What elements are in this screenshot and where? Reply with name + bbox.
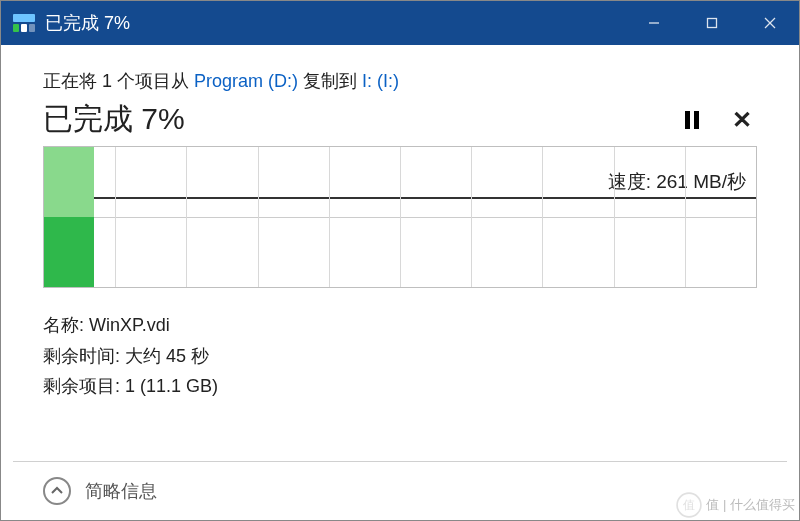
time-remaining-value: 大约 45 秒 bbox=[125, 346, 209, 366]
speed-graph: 速度: 261 MB/秒 bbox=[43, 146, 757, 288]
graph-top-bar bbox=[44, 147, 94, 217]
copy-mid: 复制到 bbox=[298, 71, 362, 91]
speed-label: 速度: 261 MB/秒 bbox=[606, 169, 748, 195]
copy-progress-icon bbox=[13, 14, 35, 32]
pause-icon bbox=[685, 111, 690, 129]
cancel-button[interactable]: ✕ bbox=[727, 105, 757, 135]
progress-percent-text: 已完成 7% bbox=[43, 99, 657, 140]
time-remaining-label: 剩余时间: bbox=[43, 346, 125, 366]
items-remaining-value: 1 (11.1 GB) bbox=[125, 376, 218, 396]
source-link[interactable]: Program (D:) bbox=[194, 71, 298, 91]
progress-heading-row: 已完成 7% ✕ bbox=[43, 99, 757, 140]
graph-gridline bbox=[329, 147, 330, 287]
graph-gridline bbox=[614, 147, 615, 287]
minimize-button[interactable] bbox=[625, 1, 683, 45]
detail-row-items: 剩余项目: 1 (11.1 GB) bbox=[43, 371, 757, 402]
close-button[interactable] bbox=[741, 1, 799, 45]
cancel-icon: ✕ bbox=[732, 108, 752, 132]
graph-gridline bbox=[685, 147, 686, 287]
detail-row-time: 剩余时间: 大约 45 秒 bbox=[43, 341, 757, 372]
maximize-button[interactable] bbox=[683, 1, 741, 45]
window-title: 已完成 7% bbox=[45, 11, 130, 35]
chevron-up-icon bbox=[50, 484, 64, 498]
details-block: 名称: WinXP.vdi 剩余时间: 大约 45 秒 剩余项目: 1 (11.… bbox=[43, 310, 757, 402]
graph-gridline bbox=[542, 147, 543, 287]
collapse-details-button[interactable] bbox=[43, 477, 71, 505]
graph-gridline bbox=[186, 147, 187, 287]
close-icon bbox=[763, 16, 777, 30]
minimize-icon bbox=[647, 16, 661, 30]
name-value: WinXP.vdi bbox=[89, 315, 170, 335]
footer: 简略信息 bbox=[1, 462, 799, 520]
detail-row-name: 名称: WinXP.vdi bbox=[43, 310, 757, 341]
graph-gridline bbox=[115, 147, 116, 287]
speed-value: 261 MB/秒 bbox=[656, 171, 746, 192]
graph-bottom-bar bbox=[44, 217, 94, 287]
copy-description: 正在将 1 个项目从 Program (D:) 复制到 I: (I:) bbox=[43, 69, 757, 93]
destination-link[interactable]: I: (I:) bbox=[362, 71, 399, 91]
graph-gridline bbox=[258, 147, 259, 287]
items-remaining-label: 剩余项目: bbox=[43, 376, 125, 396]
content-area: 正在将 1 个项目从 Program (D:) 复制到 I: (I:) 已完成 … bbox=[1, 45, 799, 402]
graph-gridline bbox=[400, 147, 401, 287]
copy-prefix: 正在将 1 个项目从 bbox=[43, 71, 194, 91]
speed-label-prefix: 速度: bbox=[608, 171, 657, 192]
name-label: 名称: bbox=[43, 315, 89, 335]
maximize-icon bbox=[705, 16, 719, 30]
pause-button[interactable] bbox=[677, 105, 707, 135]
footer-label: 简略信息 bbox=[85, 479, 157, 503]
svg-rect-1 bbox=[708, 19, 717, 28]
graph-gridline bbox=[471, 147, 472, 287]
pause-icon bbox=[694, 111, 699, 129]
title-bar: 已完成 7% bbox=[1, 1, 799, 45]
